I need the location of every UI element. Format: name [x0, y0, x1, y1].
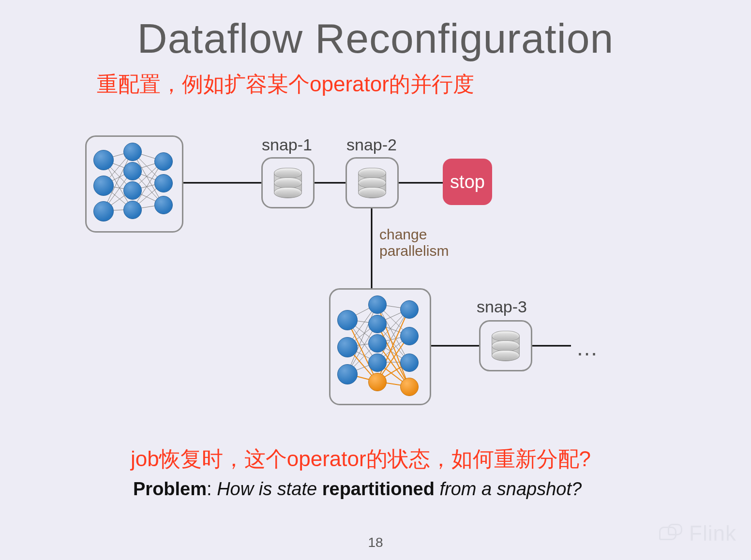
snapshot-3	[479, 320, 532, 371]
snap-3-label: snap-3	[477, 297, 527, 316]
slide-title: Dataflow Reconfiguration	[0, 15, 751, 62]
node	[337, 364, 358, 384]
node	[400, 327, 419, 345]
node	[368, 334, 387, 353]
change-label-line1: change	[379, 226, 427, 242]
graph-box-original	[85, 135, 183, 233]
node	[154, 152, 173, 171]
snap-1-label: snap-1	[262, 135, 312, 154]
ellipsis: …	[576, 335, 598, 361]
snapshot-1	[261, 157, 315, 208]
node	[93, 176, 114, 196]
database-icon	[492, 331, 520, 361]
slide-subtitle: 重配置，例如扩容某个operator的并行度	[97, 70, 474, 99]
database-icon	[274, 168, 302, 198]
watermark: Flink	[659, 521, 736, 545]
problem-label: Problem	[133, 479, 207, 499]
node	[368, 295, 387, 314]
node	[368, 354, 387, 372]
graph-box-reconfigured	[329, 288, 431, 405]
node	[154, 174, 173, 192]
stop-badge: stop	[443, 159, 492, 205]
node	[337, 310, 358, 330]
node	[123, 181, 142, 200]
node	[123, 201, 142, 219]
snap-2-label: snap-2	[346, 135, 397, 154]
wechat-icon	[659, 524, 683, 543]
page-number: 18	[0, 535, 751, 550]
snapshot-2	[345, 157, 399, 208]
node	[368, 315, 387, 333]
change-label-line2: parallelism	[379, 243, 449, 259]
database-icon	[358, 168, 386, 198]
node	[93, 150, 114, 170]
node	[400, 300, 419, 319]
node	[93, 201, 114, 221]
node	[154, 196, 173, 214]
question-problem: Problem: How is state repartitioned from…	[133, 479, 582, 500]
node	[337, 337, 358, 357]
node	[400, 354, 419, 372]
question-chinese: job恢复时，这个operator的状态，如何重新分配?	[131, 445, 591, 473]
node-new	[368, 373, 387, 391]
node-new	[400, 378, 419, 396]
node	[123, 162, 142, 180]
slide: Dataflow Reconfiguration 重配置，例如扩容某个opera…	[0, 0, 751, 560]
node	[123, 143, 142, 161]
watermark-text: Flink	[689, 521, 736, 545]
